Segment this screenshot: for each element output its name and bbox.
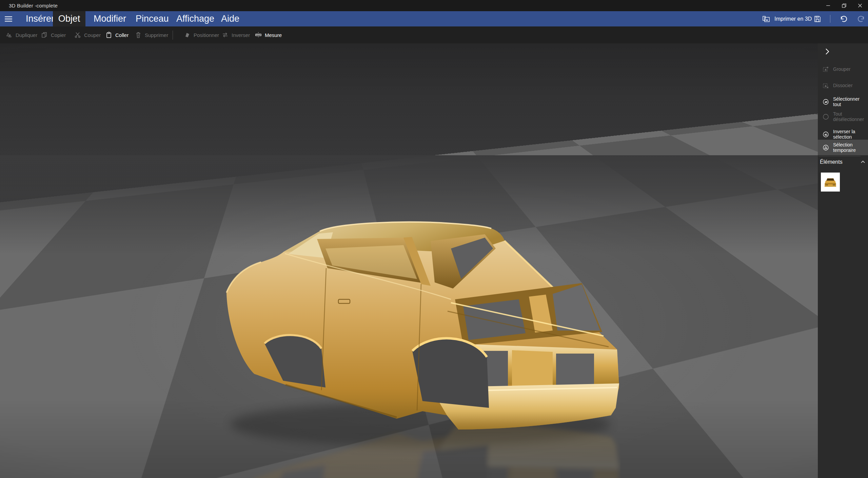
tab-affichage[interactable]: Affichage <box>172 11 219 26</box>
paste-label: Coller <box>115 32 129 38</box>
object-panel: Grouper Dissocier Sélectionner tout Tout… <box>818 43 868 478</box>
temporary-selection-label: Sélection temporaire <box>833 142 867 153</box>
copy-icon <box>41 32 48 38</box>
menubar-separator <box>830 15 830 23</box>
panel-divider <box>818 156 861 156</box>
toolbar-separator <box>173 31 173 40</box>
temporary-selection-icon <box>823 144 829 151</box>
invert-label: Inverser <box>232 32 250 38</box>
group-icon <box>823 66 829 73</box>
group-label: Grouper <box>833 66 867 72</box>
delete-icon <box>135 32 142 38</box>
menubar: Insérer Objet Modifier Pinceau Affichage… <box>0 11 868 26</box>
position-button[interactable]: Positionner <box>184 26 219 43</box>
measure-icon <box>255 32 262 38</box>
invert-selection-label: Inverser la sélection <box>833 129 867 140</box>
temporary-selection-button[interactable]: Sélection temporaire <box>818 140 868 155</box>
copy-label: Copier <box>51 32 66 38</box>
tab-aide[interactable]: Aide <box>216 11 244 26</box>
undo-icon[interactable] <box>837 11 850 26</box>
chevron-up-icon[interactable] <box>861 160 865 164</box>
toolbar: Dupliquer Copier Couper Coller Supprimer… <box>0 26 868 43</box>
ungroup-icon <box>823 82 829 89</box>
cut-icon <box>74 32 81 38</box>
print-3d-button[interactable]: Imprimer en 3D <box>762 11 812 26</box>
titlebar[interactable]: 3D Builder -complete <box>0 0 868 11</box>
duplicate-icon <box>6 32 13 38</box>
hamburger-icon[interactable] <box>4 15 13 23</box>
select-all-icon <box>823 99 829 105</box>
measure-label: Mesure <box>265 32 282 38</box>
duplicate-label: Dupliquer <box>16 32 37 38</box>
group-button[interactable]: Grouper <box>818 62 868 76</box>
paste-button[interactable]: Coller <box>105 26 129 43</box>
paste-icon <box>105 32 112 38</box>
delete-label: Supprimer <box>145 32 168 38</box>
chevron-right-icon[interactable] <box>823 47 832 56</box>
viewport-3d[interactable] <box>0 43 818 478</box>
gold-car-front-thumbnail <box>823 175 837 189</box>
position-label: Positionner <box>194 32 219 38</box>
elements-header: Éléments <box>820 159 843 165</box>
restore-icon[interactable] <box>836 0 852 11</box>
deselect-all-label: Tout désélectionner <box>833 111 867 122</box>
deselect-all-button[interactable]: Tout désélectionner <box>818 108 868 125</box>
window-title: 3D Builder -complete <box>9 3 58 8</box>
invert-selection-icon <box>823 131 829 138</box>
tab-objet[interactable]: Objet <box>53 11 85 26</box>
save-icon[interactable] <box>812 11 823 26</box>
tab-modifier[interactable]: Modifier <box>89 11 131 26</box>
deselect-all-icon <box>823 114 829 120</box>
invert-button[interactable]: Inverser <box>222 26 250 43</box>
redo-icon[interactable] <box>854 11 868 26</box>
duplicate-button[interactable]: Dupliquer <box>6 26 37 43</box>
ungroup-button[interactable]: Dissocier <box>818 79 868 92</box>
print-3d-icon <box>762 15 770 23</box>
invert-icon <box>222 32 229 38</box>
delete-button[interactable]: Supprimer <box>135 26 168 43</box>
minimize-icon[interactable] <box>820 0 836 11</box>
position-icon <box>184 32 191 38</box>
cut-button[interactable]: Couper <box>74 26 101 43</box>
copy-button[interactable]: Copier <box>41 26 66 43</box>
cut-label: Couper <box>84 32 101 38</box>
viewport-vignette <box>0 43 818 478</box>
measure-button[interactable]: Mesure <box>255 26 282 43</box>
close-icon[interactable] <box>852 0 868 11</box>
element-thumbnail[interactable] <box>821 173 840 192</box>
ungroup-label: Dissocier <box>833 83 867 88</box>
select-all-label: Sélectionner tout <box>833 96 867 107</box>
print-3d-label: Imprimer en 3D <box>774 16 812 22</box>
select-all-button[interactable]: Sélectionner tout <box>818 95 868 108</box>
tab-pinceau[interactable]: Pinceau <box>131 11 174 26</box>
